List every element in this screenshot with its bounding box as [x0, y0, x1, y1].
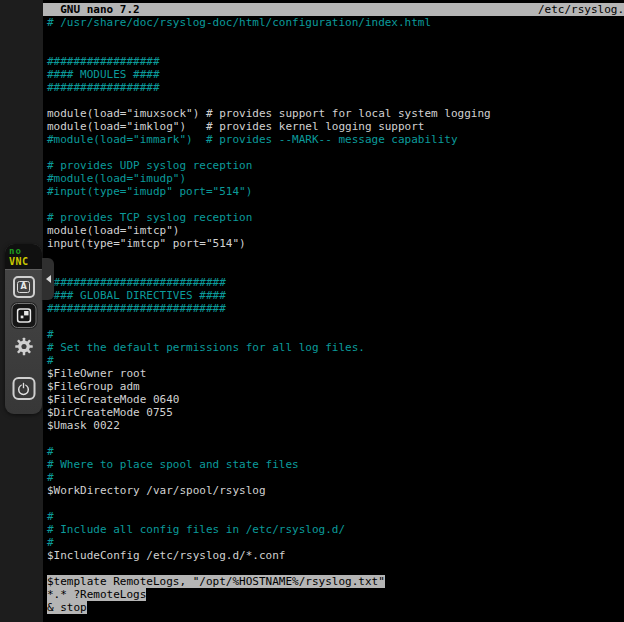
editor-line: [47, 250, 624, 263]
editor-line: [47, 29, 624, 42]
disconnect-button[interactable]: [12, 377, 35, 400]
editor-line: [47, 432, 624, 445]
editor-line: $FileCreateMode 0640: [47, 393, 624, 406]
editor-line: #module(load="immark") # provides --MARK…: [47, 133, 624, 146]
editor-line: #################: [47, 55, 624, 68]
editor-line: #### MODULES ####: [47, 68, 624, 81]
editor-line: #: [47, 471, 624, 484]
editor-line: & stop: [47, 601, 624, 614]
editor-line: [47, 42, 624, 55]
editor-line: #: [47, 445, 624, 458]
novnc-logo-vnc: VNC: [9, 256, 42, 267]
editor-line: # provides UDP syslog reception: [47, 159, 624, 172]
editor-line: $FileGroup adm: [47, 380, 624, 393]
editor-line: [47, 497, 624, 510]
editor-line: module(load="imklog") # provides kernel …: [47, 120, 624, 133]
fullscreen-icon: [16, 308, 31, 323]
editor-content: # /usr/share/doc/rsyslog-doc/html/config…: [43, 16, 624, 614]
collapse-arrow-icon: [46, 275, 51, 283]
power-icon: [17, 382, 31, 396]
editor-line: ###########################: [47, 302, 624, 315]
editor-line: module(load="imtcp"): [47, 224, 624, 237]
editor-line: $DirCreateMode 0755: [47, 406, 624, 419]
nano-titlebar: GNU nano 7.2 /etc/rsyslog.: [43, 3, 624, 16]
gear-icon: [14, 337, 33, 356]
nano-filename-label: /etc/rsyslog.: [538, 3, 624, 16]
editor-line: $template RemoteLogs, "/opt/%HOSTNAME%/r…: [47, 575, 624, 588]
editor-line: #: [47, 354, 624, 367]
editor-line: #################: [47, 81, 624, 94]
editor-line: #: [47, 536, 624, 549]
keycap-a-icon: A: [17, 281, 30, 293]
editor-line: module(load="imuxsock") # provides suppo…: [47, 107, 624, 120]
novnc-logo-no: no: [9, 246, 42, 256]
editor-line: [47, 146, 624, 159]
editor-line: #: [47, 328, 624, 341]
editor-line: #: [47, 510, 624, 523]
terminal-window[interactable]: GNU nano 7.2 /etc/rsyslog. # /usr/share/…: [43, 0, 624, 622]
editor-line: #module(load="imudp"): [47, 172, 624, 185]
fullscreen-button[interactable]: [11, 303, 36, 328]
editor-line: # Set the default permissions for all lo…: [47, 341, 624, 354]
editor-line: #input(type="imudp" port="514"): [47, 185, 624, 198]
novnc-logo: no VNC: [5, 244, 42, 270]
editor-line: [47, 315, 624, 328]
editor-line: $IncludeConfig /etc/rsyslog.d/*.conf: [47, 549, 624, 562]
settings-button[interactable]: [13, 336, 34, 357]
editor-line: #### GLOBAL DIRECTIVES ####: [47, 289, 624, 302]
editor-line: # Include all config files in /etc/rsysl…: [47, 523, 624, 536]
editor-line: *.* ?RemoteLogs: [47, 588, 624, 601]
editor-line: $WorkDirectory /var/spool/rsyslog: [47, 484, 624, 497]
editor-line: $FileOwner root: [47, 367, 624, 380]
novnc-control-bar: no VNC A: [5, 244, 42, 414]
editor-line: [47, 94, 624, 107]
editor-line: [47, 562, 624, 575]
editor-line: [47, 263, 624, 276]
editor-line: $Umask 0022: [47, 419, 624, 432]
editor-line: # /usr/share/doc/rsyslog-doc/html/config…: [47, 16, 624, 29]
keyboard-button[interactable]: A: [13, 276, 35, 298]
editor-line: # provides TCP syslog reception: [47, 211, 624, 224]
editor-line: ###########################: [47, 276, 624, 289]
editor-line: # Where to place spool and state files: [47, 458, 624, 471]
nano-version-label: GNU nano 7.2: [47, 3, 140, 16]
editor-line: input(type="imtcp" port="514"): [47, 237, 624, 250]
editor-line: [47, 198, 624, 211]
control-bar-collapse-handle[interactable]: [42, 258, 54, 300]
